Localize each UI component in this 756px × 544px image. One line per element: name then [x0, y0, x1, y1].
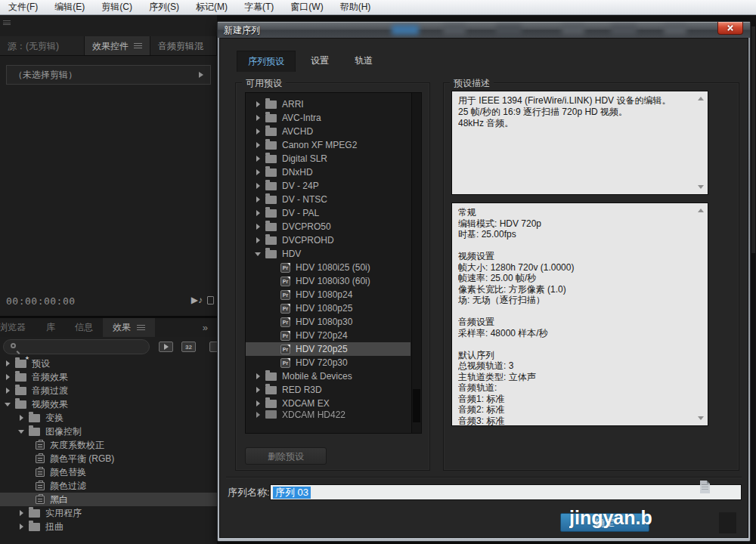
preset-row[interactable]: DVCPROHD	[246, 233, 411, 247]
preset-row[interactable]: Mobile & Devices	[246, 369, 411, 383]
effects-tree-row[interactable]: 变换	[0, 411, 217, 425]
twirl-icon[interactable]	[255, 209, 264, 217]
search-input[interactable]	[3, 339, 150, 354]
twirl-icon[interactable]	[255, 372, 264, 380]
preset-row[interactable]: HDV 1080p30	[246, 315, 411, 329]
menu-item[interactable]: 字幕(T)	[236, 0, 282, 14]
delete-preset-button[interactable]: 删除预设	[245, 447, 327, 465]
play-audio-icon[interactable]: ▶♪	[191, 295, 203, 305]
effects-tree-row[interactable]: 颜色替换	[0, 465, 217, 479]
accelerated-effects-badge-icon[interactable]	[159, 342, 173, 352]
preset-row[interactable]: AVCHD	[246, 125, 411, 138]
menu-item[interactable]: 文件(F)	[0, 0, 46, 14]
twirl-icon[interactable]	[5, 373, 14, 381]
twirl-icon[interactable]	[5, 360, 14, 367]
scrollbar-thumb[interactable]	[413, 389, 420, 422]
menu-item[interactable]: 窗口(W)	[282, 0, 331, 14]
menu-item[interactable]: 剪辑(C)	[93, 0, 141, 14]
menu-item[interactable]: 标记(M)	[187, 0, 236, 14]
effects-tree-row[interactable]: 灰度系数校正	[0, 438, 217, 452]
preset-row[interactable]: DVCPRO50	[246, 220, 411, 233]
panel-menu-icon[interactable]	[137, 325, 145, 330]
effects-tree-row[interactable]: 预设	[0, 357, 217, 370]
tab-source[interactable]: 源：(无剪辑)	[0, 36, 85, 55]
effects-tree-row[interactable]: 颜色过滤	[0, 479, 217, 493]
chevron-right-icon[interactable]	[199, 72, 203, 78]
twirl-icon[interactable]	[255, 223, 264, 230]
tab-info[interactable]: 信息	[65, 318, 103, 337]
twirl-icon[interactable]	[255, 141, 264, 149]
preset-row[interactable]: DV - PAL	[246, 206, 411, 220]
preset-list-scrollbar[interactable]	[411, 93, 421, 433]
twirl-icon[interactable]	[255, 182, 264, 190]
preset-row[interactable]: DV - 24P	[246, 179, 411, 193]
panel-menu-icon[interactable]	[3, 20, 11, 25]
twirl-icon[interactable]	[255, 155, 264, 162]
panel-menu-icon[interactable]	[134, 43, 142, 48]
menu-item[interactable]: 帮助(H)	[332, 0, 380, 14]
twirl-icon[interactable]	[255, 236, 264, 244]
preset-row[interactable]: HDV 1080p25	[246, 301, 411, 315]
tab-audio-clip-mixer[interactable]: 音频剪辑混	[150, 36, 217, 55]
tab-effects[interactable]: 效果	[103, 318, 155, 337]
effects-tree-row[interactable]: 实用程序	[0, 506, 217, 520]
menu-item[interactable]: 编辑(E)	[46, 0, 93, 14]
preset-row[interactable]: HDV 720p30	[246, 356, 411, 369]
close-icon[interactable]	[717, 22, 743, 35]
effects-tree-row[interactable]: 音频效果	[0, 370, 217, 384]
preset-row[interactable]: ARRI	[246, 97, 411, 111]
twirl-icon[interactable]	[18, 509, 27, 517]
preset-row[interactable]: AVC-Intra	[246, 111, 411, 125]
preset-row[interactable]: HDV 1080i25 (50i)	[246, 261, 411, 274]
yuv-effects-badge-icon[interactable]	[209, 342, 217, 352]
effects-tree-row[interactable]: 颜色平衡 (RGB)	[0, 452, 217, 465]
tab-tracks[interactable]: 轨道	[344, 51, 383, 72]
preset-row[interactable]: Canon XF MPEG2	[246, 138, 411, 152]
tab-library[interactable]: 库	[36, 318, 65, 337]
twirl-icon[interactable]	[255, 411, 264, 419]
tab-media-browser[interactable]: 媒体浏览器	[0, 318, 36, 337]
preset-row[interactable]: HDV 1080i30 (60i)	[246, 274, 411, 288]
tab-effect-controls[interactable]: 效果控件	[85, 36, 150, 55]
preset-row[interactable]: HDV	[246, 247, 411, 261]
twirl-icon[interactable]	[255, 114, 264, 122]
twirl-icon[interactable]	[255, 168, 264, 176]
preset-row[interactable]: HDV 720p24	[246, 329, 411, 342]
preset-row[interactable]: HDV 720p25	[246, 342, 411, 356]
scroll-down-icon[interactable]	[698, 416, 704, 420]
tab-sequence-presets[interactable]: 序列预设	[237, 51, 296, 72]
twirl-icon[interactable]	[18, 428, 27, 435]
scroll-down-icon[interactable]	[698, 185, 704, 189]
preset-row[interactable]: DV - NTSC	[246, 193, 411, 206]
twirl-icon[interactable]	[255, 128, 264, 135]
effects-tree-row[interactable]: 黑白	[0, 493, 217, 506]
scroll-up-icon[interactable]	[698, 97, 704, 100]
effects-tree-row[interactable]: 音频过渡	[0, 384, 217, 397]
preset-row[interactable]: RED R3D	[246, 383, 411, 397]
twirl-icon[interactable]	[255, 250, 264, 258]
twirl-icon[interactable]	[5, 400, 14, 408]
effects-tree-row[interactable]: 视频效果	[0, 397, 217, 411]
dialog-titlebar[interactable]: 新建序列	[218, 22, 750, 38]
twirl-icon[interactable]	[5, 387, 14, 394]
twirl-icon[interactable]	[255, 400, 264, 407]
clipped-icon[interactable]	[207, 296, 214, 304]
twirl-icon[interactable]	[255, 386, 264, 394]
twirl-icon[interactable]	[18, 414, 27, 422]
tab-overflow-chevron[interactable]: »	[203, 322, 208, 333]
menu-item[interactable]: 序列(S)	[141, 0, 187, 14]
tab-settings[interactable]: 设置	[300, 51, 339, 72]
preset-row[interactable]: XDCAM EX	[246, 397, 411, 410]
effects-tree-row[interactable]: 扭曲	[0, 520, 217, 533]
scroll-up-icon[interactable]	[698, 209, 704, 212]
preset-row[interactable]: HDV 1080p24	[246, 288, 411, 301]
twirl-icon[interactable]	[255, 100, 264, 108]
effects-tree-row[interactable]: 图像控制	[0, 425, 217, 438]
twirl-icon[interactable]	[255, 196, 264, 203]
preset-row[interactable]: DNxHD	[246, 165, 411, 179]
twirl-icon[interactable]	[18, 523, 27, 530]
preset-row[interactable]: Digital SLR	[246, 152, 411, 165]
preset-row[interactable]: XDCAM HD422	[246, 410, 411, 419]
sequence-name-input[interactable]: 序列 03	[270, 484, 742, 500]
32bit-effects-badge-icon[interactable]	[181, 342, 196, 352]
